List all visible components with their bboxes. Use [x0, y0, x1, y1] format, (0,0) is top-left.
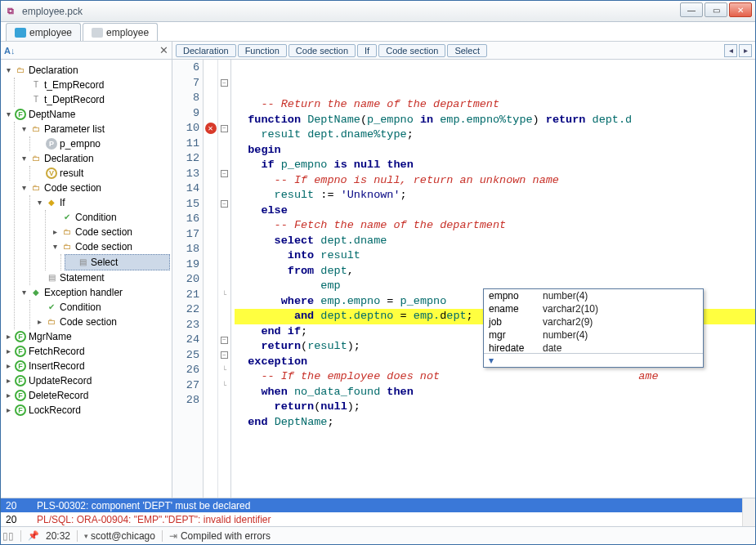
tree-node-function[interactable]: ▸FFetchRecord — [2, 344, 170, 359]
statusbar-pane-icon[interactable]: ▯▯ — [2, 530, 14, 542]
fold-toggle-icon[interactable]: − — [221, 200, 228, 208]
folder-icon: 🗀 — [46, 316, 57, 328]
breadcrumb-button[interactable]: Select — [447, 44, 487, 57]
connection-dropdown[interactable]: ▾ scott@chicago — [84, 530, 155, 542]
code-line[interactable]: if p_empno is null then — [235, 158, 755, 173]
autocomplete-item[interactable]: jobvarchar2(9) — [484, 315, 703, 328]
window-maximize-button[interactable]: ▭ — [705, 2, 727, 17]
tree-node-codesection[interactable]: ▾🗀 Code section — [18, 181, 170, 195]
code-content[interactable]: -- Return the name of the department fun… — [231, 60, 755, 498]
tree-label: Select — [91, 255, 118, 270]
fold-toggle-icon[interactable]: − — [221, 337, 228, 344]
window-close-button[interactable]: ✕ — [729, 2, 752, 17]
code-editor[interactable]: 6789101112131415161718192021222324252627… — [172, 60, 755, 498]
tree-node-if[interactable]: ▾◆ If — [34, 195, 170, 210]
tree-node-function-deptname[interactable]: ▾ F DeptName — [2, 107, 170, 122]
tree-node-param[interactable]: P p_empno — [34, 136, 170, 151]
tree-node-function[interactable]: ▸FMgrName — [2, 329, 170, 344]
tree-node-function[interactable]: ▸FInsertRecord — [2, 359, 170, 373]
tree-label: If — [60, 195, 65, 210]
breadcrumb-button[interactable]: Code section — [289, 44, 356, 57]
tree-node-condition[interactable]: ✔ Condition — [34, 300, 170, 315]
code-line[interactable]: function DeptName(p_empno in emp.empno%t… — [235, 113, 755, 128]
tree-node-function[interactable]: ▸FUpdateRecord — [2, 373, 170, 388]
autocomplete-item[interactable]: hiredatedate — [484, 342, 703, 353]
fold-toggle-icon[interactable]: − — [221, 79, 228, 87]
breadcrumb-bar: Declaration Function Code section If Cod… — [172, 42, 755, 60]
code-line[interactable]: else — [235, 203, 755, 219]
scrollbar[interactable] — [742, 498, 755, 526]
code-outline-tree[interactable]: ▾ 🗀 Declaration T t_EmpRecord T t_DeptRe… — [1, 60, 172, 498]
tree-toggle-icon[interactable]: ▾ — [4, 63, 12, 78]
tree-node-function[interactable]: ▸FDeleteRecord — [2, 388, 170, 403]
breadcrumb-button[interactable]: Function — [238, 44, 287, 57]
code-line[interactable]: into result — [235, 248, 755, 264]
code-line[interactable]: return(null); — [235, 400, 755, 415]
breadcrumb-button[interactable]: Code section — [378, 44, 445, 57]
fold-toggle-icon[interactable]: − — [221, 351, 228, 359]
tree-node-codesection[interactable]: ▾🗀 Code section — [49, 239, 170, 254]
code-line[interactable]: result dept.dname%type; — [235, 127, 755, 143]
autocomplete-item[interactable]: enamevarchar2(10) — [484, 302, 703, 315]
tree-node-variable[interactable]: V result — [34, 166, 170, 181]
code-line[interactable]: -- Return the name of the department — [235, 97, 755, 113]
code-line[interactable]: when no_data_found then — [235, 385, 755, 400]
code-line[interactable]: select dept.dname — [235, 234, 755, 249]
autocomplete-item[interactable]: empnonumber(4) — [484, 289, 703, 302]
breadcrumb-button[interactable]: Declaration — [176, 44, 236, 57]
code-line[interactable]: end DeptName; — [235, 415, 755, 431]
code-line[interactable]: -- If empno is null, return an unknown n… — [235, 173, 755, 189]
tree-node-type[interactable]: T t_DeptRecord — [18, 92, 170, 107]
tree-label: Parameter list — [44, 122, 105, 136]
function-icon: F — [15, 109, 26, 120]
autocomplete-popup[interactable]: empnonumber(4)enamevarchar2(10)jobvarcha… — [483, 288, 704, 368]
compile-status[interactable]: ⇥ Compiled with errors — [169, 530, 271, 542]
fold-toggle-icon[interactable]: − — [221, 170, 228, 177]
code-line[interactable]: begin — [235, 143, 755, 159]
sort-icon[interactable]: A↓ — [4, 46, 15, 56]
autocomplete-item[interactable]: mgrnumber(4) — [484, 328, 703, 342]
error-row[interactable]: 20PLS-00302: component 'DEPT' must be de… — [1, 498, 755, 512]
tree-node-function[interactable]: ▸FLockRecord — [2, 403, 170, 418]
tree-node-type[interactable]: T t_EmpRecord — [18, 78, 170, 92]
tree-label: MgrName — [29, 329, 72, 344]
gutter-fold[interactable]: −−−−└−−└└ — [218, 60, 231, 498]
tree-node-exception-handler[interactable]: ▾◆ Exception handler — [18, 285, 170, 300]
tree-node-condition[interactable]: ✔ Condition — [49, 210, 170, 225]
tree-toggle-icon[interactable]: ▾ — [4, 107, 12, 122]
tree-node-codesection[interactable]: ▸🗀 Code section — [34, 315, 170, 329]
code-line[interactable]: from dept, — [235, 264, 755, 279]
function-icon: F — [15, 390, 26, 401]
tree-node-statement[interactable]: ▤ Statement — [34, 270, 170, 285]
code-line[interactable]: -- Fetch the name of the department — [235, 218, 755, 234]
error-marker-icon[interactable]: ✕ — [205, 123, 217, 134]
tree-node-select[interactable]: ▤ Select — [65, 254, 170, 270]
tree-node-codesection[interactable]: ▸🗀 Code section — [49, 225, 170, 239]
tree-node-declaration[interactable]: ▾ 🗀 Declaration — [2, 63, 170, 78]
pin-icon[interactable]: 📌 — [28, 530, 39, 541]
tree-node-declaration[interactable]: ▾🗀 Declaration — [18, 151, 170, 166]
folder-icon: 🗀 — [30, 153, 42, 164]
code-line[interactable]: -- If the employee does not ame — [235, 369, 755, 385]
folder-icon: 🗀 — [30, 182, 42, 194]
file-tab-spec[interactable]: employee — [6, 23, 81, 41]
compile-icon: ⇥ — [169, 530, 177, 542]
panel-close-icon[interactable]: ✕ — [159, 44, 168, 56]
error-list[interactable]: 20PLS-00302: component 'DEPT' must be de… — [1, 498, 755, 526]
breadcrumb-next-button[interactable]: ▸ — [739, 44, 752, 57]
window-minimize-button[interactable]: — — [680, 2, 703, 17]
file-tab-body[interactable]: employee — [83, 23, 158, 41]
breadcrumb-prev-button[interactable]: ◂ — [724, 44, 737, 57]
fold-toggle-icon[interactable]: − — [221, 125, 228, 132]
folder-icon: 🗀 — [61, 241, 73, 252]
code-line[interactable]: result := 'Unknown'; — [235, 188, 755, 203]
error-row[interactable]: 20PL/SQL: ORA-00904: "EMP"."DEPT": inval… — [1, 512, 755, 526]
code-line[interactable] — [235, 430, 755, 445]
status-bar: ▯▯ 📌 20:32 ▾ scott@chicago ⇥ Compiled wi… — [1, 526, 755, 544]
tree-label: Condition — [75, 210, 117, 225]
tree-node-paramlist[interactable]: ▾🗀 Parameter list — [18, 122, 170, 136]
gutter-line-numbers: 6789101112131415161718192021222324252627… — [172, 60, 204, 498]
dropdown-icon[interactable]: ▾ — [489, 355, 494, 366]
tree-label: InsertRecord — [29, 359, 85, 373]
breadcrumb-button[interactable]: If — [357, 44, 377, 57]
